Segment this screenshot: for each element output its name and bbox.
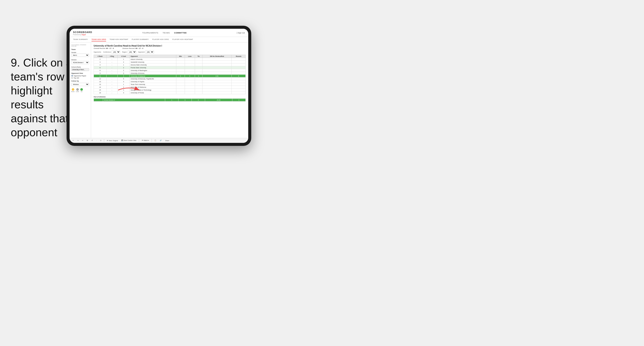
cell-tie <box>195 72 202 75</box>
cell-diff <box>202 72 232 75</box>
table-row[interactable]: 14-2University of Oklahoma <box>94 86 246 89</box>
school-value: University of Nort... <box>71 68 89 71</box>
out-of-division-row[interactable]: NCAA Division II 1 0 0 26.00 3 <box>94 99 246 101</box>
opponent-filter-label: Opponent <box>138 51 145 53</box>
nav-committee[interactable]: COMMITTEE <box>174 32 187 34</box>
th-opponent: Opponent <box>130 55 176 58</box>
save-custom-btn[interactable]: 💾 Save Custom View <box>120 139 137 142</box>
cell-win: 3 <box>176 75 185 77</box>
subnav-team-h2h-grid[interactable]: TEAM H2H GRID <box>92 38 106 41</box>
cell-conf: 3 <box>118 72 130 75</box>
legend-down: Down <box>71 88 74 92</box>
subnav-player-h2h-heatmap[interactable]: PLAYER H2H HEATMAP <box>172 38 193 41</box>
undo-btn[interactable]: ↩ <box>72 139 75 142</box>
table-row[interactable]: 15-4Georgia Institute of Technology <box>94 89 246 91</box>
cell-rounds <box>232 63 246 66</box>
region-filter-select[interactable]: (All) <box>128 51 136 53</box>
out-of-division-header: Out of division <box>94 96 246 98</box>
cell-rounds <box>232 91 246 94</box>
cell-reg: - <box>106 58 118 61</box>
table-row[interactable]: 3-2Vanderbilt University <box>94 61 246 63</box>
school-label: School (Rank) <box>71 66 89 68</box>
cell-rounds <box>232 83 246 86</box>
radio-opponents-played[interactable]: Opponents Played <box>71 75 89 77</box>
table-row[interactable]: 12-6University of Arkansas, Fayetteville <box>94 77 246 80</box>
opponent-filter-select[interactable]: (All) <box>145 51 154 53</box>
cell-opponent: University of Arizona <box>130 72 176 75</box>
table-row[interactable]: 13-3University of Virginia <box>94 80 246 83</box>
cell-loss <box>185 91 195 94</box>
th-rounds: Rounds <box>232 55 246 58</box>
cell-rounds <box>232 86 246 89</box>
nav-teams[interactable]: TEAMS <box>162 32 170 34</box>
cell-rounds <box>232 72 246 75</box>
conference-label: Conference <box>103 51 111 53</box>
cell-reg: - <box>106 63 118 66</box>
cell-reg: - <box>106 61 118 63</box>
gender-select[interactable]: Men's <box>71 54 89 57</box>
sidebar-gender-section: Gender Men's <box>71 52 89 58</box>
ood-win: 1 <box>165 99 178 101</box>
table-row[interactable]: 8-2University of Washington <box>94 69 246 72</box>
ood-label <box>94 99 103 101</box>
cell-diff <box>202 89 232 91</box>
table-row[interactable]: 16-3University of Florida <box>94 91 246 94</box>
cell-diff <box>202 69 232 72</box>
cell-loss <box>185 66 195 69</box>
link-btn[interactable]: 🔗 <box>159 139 162 142</box>
refresh-btn[interactable]: ↺ <box>90 139 94 142</box>
cell-reg: - <box>106 66 118 69</box>
ood-diff: 26.00 <box>205 99 232 101</box>
th-reg: # Reg <box>106 55 118 58</box>
subnav-team-h2h-heatmap[interactable]: TEAM H2H HEATMAP <box>110 38 128 41</box>
radio-top-100[interactable]: Top 100 <box>71 77 89 79</box>
cell-tie <box>195 77 202 80</box>
subnav-player-h2h-grid[interactable]: PLAYER H2H GRID <box>152 38 169 41</box>
clipboard-btn[interactable]: 📋 <box>154 139 157 142</box>
colour-by-select[interactable]: Win/loss <box>71 83 89 86</box>
sign-out[interactable]: | Sign out <box>237 32 245 34</box>
legend-up: Up <box>80 88 83 92</box>
nav-tournaments[interactable]: TOURNAMENTS <box>142 32 158 34</box>
share-btn[interactable]: Share <box>164 139 170 142</box>
cell-tie <box>195 69 202 72</box>
logo-scoreboard: SCOREBOARD <box>73 31 92 33</box>
gender-label: Gender <box>71 52 89 53</box>
watch-btn[interactable]: 👁 Watch ▾ <box>141 139 150 142</box>
cell-loss <box>185 80 195 83</box>
table-row[interactable]: 13-1Texas Tech University <box>94 83 246 86</box>
cell-conf: 6 <box>118 77 130 80</box>
cell-rank: 9 <box>94 72 106 75</box>
table-row[interactable]: 11-5University of Alabama3002.618 <box>94 75 246 77</box>
cell-rank: 8 <box>94 69 106 72</box>
table-row[interactable]: 6-2Florida State University <box>94 66 246 69</box>
cell-tie <box>195 80 202 83</box>
ood-name: NCAA Division II <box>103 99 165 101</box>
main-content: Last Updated: 27/03/2024 16:55:38 Team G… <box>70 42 248 138</box>
table-row[interactable]: 9-3University of Arizona <box>94 72 246 75</box>
region-label: Region <box>122 51 127 53</box>
cell-rank: 12 <box>94 77 106 80</box>
view-original-btn[interactable]: 👁 View: Original <box>106 139 119 142</box>
clock-btn[interactable]: ◷ <box>99 139 102 142</box>
last-updated: Last Updated: 27/03/2024 16:55:38 <box>71 44 89 47</box>
ood-tie: 0 <box>192 99 205 101</box>
cell-rounds <box>232 61 246 63</box>
opponent-view-title: Opponent View <box>71 72 89 74</box>
division-select[interactable]: NCAA Division I <box>71 61 89 64</box>
cell-opponent: University of Virginia <box>130 80 176 83</box>
grid-btn[interactable]: ⊞ <box>86 139 89 142</box>
back-btn[interactable]: ↩ <box>81 139 84 142</box>
table-row[interactable]: 4-1Arizona State University <box>94 63 246 66</box>
subnav-player-summary[interactable]: PLAYER SUMMARY <box>132 38 149 41</box>
cell-rank: 14 <box>94 86 106 89</box>
table-row[interactable]: 2-1Auburn University <box>94 58 246 61</box>
legend-down-label: Down <box>71 91 74 92</box>
cell-conf: 2 <box>118 61 130 63</box>
redo-btn[interactable]: ↪ <box>76 139 80 142</box>
opponents-filter-label: Opponents: <box>94 51 101 53</box>
subnav-team-summary[interactable]: TEAM SUMMARY <box>73 38 88 41</box>
conference-filter-select[interactable]: (All) <box>112 51 120 53</box>
overall-record: Overall Record: 89 - 17 - 0 <box>94 47 114 49</box>
dot-btn[interactable]: · <box>95 139 98 142</box>
